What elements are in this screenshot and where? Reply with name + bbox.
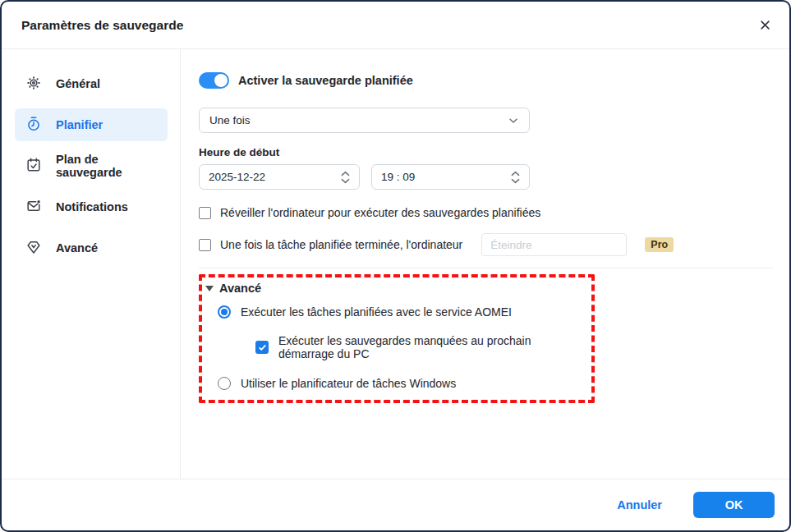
check-icon [258,343,267,352]
windows-scheduler-radio[interactable] [218,377,231,390]
shutdown-action-select[interactable] [481,233,627,256]
sidebar-item-label: Planifier [56,118,103,131]
sidebar-item-label: Général [56,77,100,90]
dialog-body: Général Planifier [2,49,789,479]
pro-badge: Pro [645,237,674,252]
advanced-section-title: Avancé [219,282,261,295]
wake-computer-checkbox[interactable] [199,207,211,219]
sidebar-item-avance[interactable]: Avancé [15,232,168,264]
toggle-knob [214,74,228,87]
sidebar-item-label: Plan de sauvegarde [56,153,168,179]
after-task-checkbox[interactable] [199,239,211,251]
sidebar-item-label: Avancé [56,241,98,255]
radio-dot [221,309,228,315]
backup-settings-dialog: Paramètres de sauvegarde Général [0,0,791,532]
close-icon[interactable] [759,19,771,31]
start-time-row: 2025-12-22 19 : 09 [199,164,773,190]
mail-dot-icon [25,198,42,217]
date-spinner-arrows[interactable] [341,171,350,184]
chevron-up-icon [341,171,350,177]
calendar-check-icon [25,157,42,176]
advanced-section-expander[interactable]: Avancé [205,282,586,295]
annotation-red-box: Avancé Exécuter les tâches planifiées av… [199,274,595,403]
sidebar-item-general[interactable]: Général [15,67,168,100]
start-time-spinner[interactable]: 19 : 09 [371,164,530,190]
missed-backup-label: Exécuter les sauvegardes manquées au pro… [278,334,586,360]
aomei-service-radio[interactable] [218,305,231,319]
start-date-value: 2025-12-22 [209,171,265,183]
settings-sidebar: Général Planifier [2,49,181,479]
stopwatch-icon [25,116,42,135]
triangle-down-icon [205,286,214,291]
section-divider [199,268,773,268]
sidebar-item-planifier[interactable]: Planifier [15,108,168,141]
ok-button[interactable]: OK [693,492,775,518]
gear-icon [25,75,42,94]
aomei-service-option: Exécuter les tâches planifiées avec le s… [205,305,586,319]
chevron-down-icon [511,178,520,184]
dialog-footer: Annuler OK [2,479,789,530]
scheduled-backup-toggle[interactable] [199,72,229,89]
scheduled-backup-toggle-row: Activer la sauvegarde planifiée [199,72,773,89]
aomei-service-label: Exécuter les tâches planifiées avec le s… [241,305,512,319]
wake-computer-label: Réveiller l'ordinateur pour exécuter des… [220,206,540,219]
frequency-select[interactable]: Une fois [199,108,530,133]
after-task-row: Une fois la tâche planifiée terminée, l'… [199,233,773,256]
time-spinner-arrows[interactable] [511,171,520,184]
windows-scheduler-option: Utiliser le planificateur de tâches Wind… [205,377,586,390]
planifier-panel: Activer la sauvegarde planifiée Une fois… [181,49,789,479]
missed-backup-option: Exécuter les sauvegardes manquées au pro… [205,334,586,360]
missed-backup-checkbox[interactable] [255,341,269,354]
chevron-down-icon [508,115,519,126]
start-date-spinner[interactable]: 2025-12-22 [199,164,360,190]
chevron-down-icon [341,178,350,184]
frequency-select-value: Une fois [209,114,251,126]
toggle-label: Activer la sauvegarde planifiée [238,74,413,87]
titlebar: Paramètres de sauvegarde [2,2,789,49]
wake-computer-row: Réveiller l'ordinateur pour exécuter des… [199,206,773,219]
start-time-label: Heure de début [199,146,773,158]
sidebar-item-notifications[interactable]: Notifications [15,190,168,223]
cancel-button[interactable]: Annuler [617,498,662,511]
chevron-up-icon [511,171,520,177]
dialog-title: Paramètres de sauvegarde [21,18,183,33]
windows-scheduler-label: Utiliser le planificateur de tâches Wind… [241,377,456,390]
sidebar-item-plan-de-sauvegarde[interactable]: Plan de sauvegarde [15,149,168,182]
start-time-value: 19 : 09 [381,171,415,183]
gem-icon [25,239,42,258]
sidebar-item-label: Notifications [56,200,128,213]
after-task-label: Une fois la tâche planifiée terminée, l'… [220,238,462,251]
